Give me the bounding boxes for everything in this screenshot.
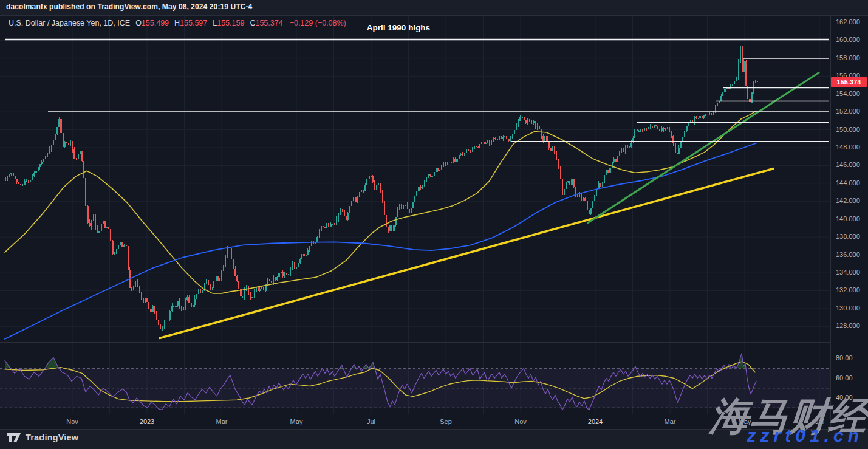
time-axis-tick: Nov: [514, 418, 527, 425]
price-axis-tick: 138.000: [836, 233, 860, 240]
price-axis-tick: 150.000: [836, 126, 860, 133]
time-axis-tick: Mar: [216, 418, 228, 425]
rsi-axis-tick: 60.00: [836, 374, 853, 382]
tradingview-logo-icon: [7, 433, 21, 442]
price-axis-tick: 148.000: [836, 143, 860, 151]
symbol-legend[interactable]: U.S. Dollar / Japanese Yen, 1D, ICE O155…: [9, 19, 346, 27]
symbol-title: U.S. Dollar / Japanese Yen, 1D, ICE: [9, 19, 130, 27]
watermark-url: zzrt01.cn: [747, 425, 863, 446]
ohlc-low: L155.159: [213, 19, 244, 27]
price-axis-tick: 136.000: [836, 251, 860, 258]
rsi-axis-tick: 80.00: [836, 354, 853, 362]
price-chart[interactable]: [0, 0, 868, 449]
price-axis-tick: 160.000: [836, 36, 860, 43]
time-axis-tick: 2024: [588, 418, 603, 425]
tradingview-logo-text: TradingView: [26, 433, 78, 442]
time-axis-tick: Jul: [367, 418, 375, 425]
time-axis-tick: Sep: [440, 418, 452, 425]
ohlc-close: C155.374: [250, 19, 282, 27]
change-value: −0.129 (−0.08%): [290, 19, 346, 27]
ohlc-high: H155.597: [174, 19, 207, 27]
price-axis-tick: 132.000: [836, 286, 860, 293]
chart-annotation-april-1990-highs[interactable]: April 1990 highs: [344, 23, 453, 32]
price-axis-tick: 152.000: [836, 108, 860, 115]
time-axis-tick: May: [290, 418, 303, 425]
price-axis-tick: 162.000: [836, 18, 860, 26]
price-axis-tick: 130.000: [836, 304, 860, 312]
price-axis-tick: 158.000: [836, 54, 860, 61]
price-axis-tick: 146.000: [836, 161, 860, 168]
time-axis-tick: Nov: [66, 418, 78, 425]
price-axis-tick: 142.000: [836, 197, 860, 204]
price-axis-tick: 154.000: [836, 90, 860, 97]
time-axis-tick: 2023: [140, 418, 154, 425]
publisher-line: dacolmanfx published on TradingView.com,…: [6, 2, 252, 11]
price-axis-tick: 140.000: [836, 215, 860, 222]
price-axis-tick: 128.000: [836, 322, 860, 329]
last-price-label: 155.374: [831, 77, 867, 87]
tradingview-logo[interactable]: TradingView: [7, 433, 78, 442]
time-axis-tick: Mar: [665, 418, 676, 425]
ohlc-open: O155.499: [135, 19, 169, 27]
price-axis-tick: 134.000: [836, 269, 860, 276]
price-axis-tick: 144.000: [836, 179, 860, 187]
